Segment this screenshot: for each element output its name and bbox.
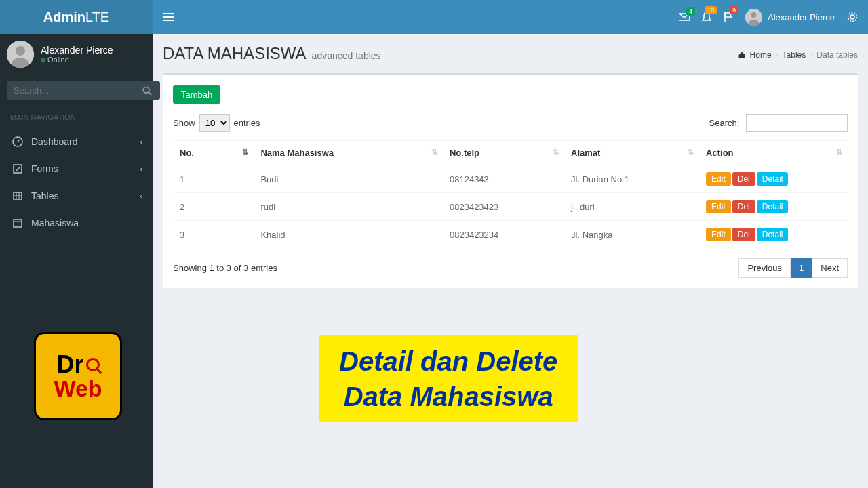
col-telp[interactable]: No.telp⇅: [443, 141, 564, 165]
topbar-user[interactable]: Alexander Pierce: [745, 9, 835, 26]
breadcrumb-current: Data tables: [816, 50, 858, 60]
breadcrumb: Home › Tables › Data tables: [738, 50, 858, 60]
cell-no: 2: [173, 193, 254, 221]
table-row: 1Budi08124343Jl. Durian No.1EditDelDetai…: [173, 165, 848, 193]
table-icon: [12, 190, 26, 201]
badge: 9: [730, 6, 738, 14]
badge: 10: [705, 6, 717, 14]
svg-line-8: [16, 167, 20, 171]
cell-alamat: jl. duri: [564, 193, 699, 221]
sort-icon: ⇅: [242, 148, 248, 157]
svg-point-1: [16, 46, 25, 56]
page-title: DATA MAHASISWA: [163, 44, 307, 63]
messages-icon[interactable]: 4: [679, 13, 690, 21]
chevron-left-icon: ‹: [140, 192, 142, 200]
menu-toggle[interactable]: [163, 12, 174, 22]
delete-button[interactable]: Del: [732, 200, 755, 214]
sidebar-item-dashboard[interactable]: Dashboard ‹: [0, 128, 153, 155]
svg-rect-13: [14, 220, 22, 227]
detail-button[interactable]: Detail: [757, 228, 789, 241]
drweb-logo: Dr Web: [34, 332, 122, 420]
col-no[interactable]: No.⇅: [173, 141, 254, 165]
col-action[interactable]: Action⇅: [699, 141, 848, 165]
cell-action: EditDelDetail: [699, 165, 848, 193]
user-name: Alexander Pierce: [41, 45, 146, 56]
entries-label: entries: [234, 118, 260, 128]
edit-button[interactable]: Edit: [706, 200, 731, 214]
search-icon: [142, 86, 152, 96]
col-nama[interactable]: Nama Mahasiswa⇅: [254, 141, 443, 165]
entries-select[interactable]: 10: [199, 114, 230, 132]
avatar[interactable]: [7, 41, 34, 68]
gears-icon[interactable]: [847, 12, 858, 22]
search-input[interactable]: [7, 81, 134, 100]
dashboard-icon: [12, 136, 26, 147]
brand-bold: Admin: [43, 9, 85, 24]
flags-icon[interactable]: 9: [724, 12, 733, 22]
pagination: Previous 1 Next: [738, 258, 848, 278]
chevron-left-icon: ‹: [140, 165, 142, 173]
nav-header: MAIN NAVIGATION: [0, 106, 153, 128]
next-button[interactable]: Next: [812, 258, 848, 278]
page-1-button[interactable]: 1: [791, 258, 812, 278]
data-box: Tambah Show 10 entries Search: No.⇅ Nama…: [163, 73, 858, 288]
user-status: Online: [41, 56, 146, 64]
cell-telp: 0823423423: [443, 193, 564, 221]
sidebar-item-mahasiswa[interactable]: Mahasiswa: [0, 209, 153, 237]
svg-point-23: [751, 12, 757, 18]
svg-line-4: [149, 92, 151, 95]
col-alamat[interactable]: Alamat⇅: [564, 141, 699, 165]
table-row: 3Khalid0823423234Jl. NangkaEditDelDetail: [173, 221, 848, 249]
user-panel: Alexander Pierce Online: [0, 34, 153, 75]
sort-icon: ⇅: [553, 148, 559, 157]
datatable-footer: Showing 1 to 3 of 3 entries Previous 1 N…: [173, 258, 848, 278]
sidebar-item-label: Dashboard: [31, 136, 78, 147]
cell-nama: Khalid: [254, 221, 443, 249]
cell-no: 1: [173, 165, 254, 193]
detail-button[interactable]: Detail: [757, 200, 789, 214]
edit-button[interactable]: Edit: [706, 172, 731, 186]
delete-button[interactable]: Del: [732, 172, 755, 186]
datatable-controls: Show 10 entries Search:: [173, 114, 848, 132]
topbar: 4 10 9 Alexander Pierce: [153, 0, 868, 34]
banner-line1: Detail dan Delete: [339, 344, 557, 379]
sort-icon: ⇅: [431, 148, 437, 157]
data-table: No.⇅ Nama Mahasiswa⇅ No.telp⇅ Alamat⇅ Ac…: [173, 140, 848, 248]
show-label: Show: [173, 118, 195, 128]
cell-telp: 08124343: [443, 165, 564, 193]
cell-action: EditDelDetail: [699, 221, 848, 249]
magnifier-icon: [86, 358, 100, 371]
cell-nama: rudi: [254, 193, 443, 221]
detail-button[interactable]: Detail: [757, 172, 789, 186]
edit-icon: [12, 163, 26, 174]
notifications-icon[interactable]: 10: [702, 12, 711, 22]
breadcrumb-home[interactable]: Home: [750, 50, 772, 60]
overlay-banner: Detail dan Delete Data Mahasiswa: [319, 336, 578, 422]
cell-alamat: Jl. Durian No.1: [564, 165, 699, 193]
cell-telp: 0823423234: [443, 221, 564, 249]
svg-rect-9: [14, 192, 22, 199]
sort-icon: ⇅: [836, 148, 842, 157]
sidebar-item-tables[interactable]: Tables ‹: [0, 182, 153, 209]
svg-line-6: [18, 140, 20, 142]
sidebar-search: [0, 75, 153, 106]
svg-point-25: [850, 15, 854, 19]
search-label: Search:: [709, 118, 740, 128]
add-button[interactable]: Tambah: [173, 85, 220, 104]
calendar-icon: [12, 218, 26, 228]
breadcrumb-tables[interactable]: Tables: [783, 50, 806, 60]
home-icon: [738, 51, 746, 59]
avatar: [745, 9, 762, 26]
table-search-input[interactable]: [746, 114, 848, 132]
hamburger-icon: [163, 12, 174, 22]
edit-button[interactable]: Edit: [706, 228, 731, 241]
delete-button[interactable]: Del: [732, 228, 755, 241]
table-info: Showing 1 to 3 of 3 entries: [173, 263, 277, 273]
cell-nama: Budi: [254, 165, 443, 193]
status-dot-icon: [41, 58, 45, 62]
sidebar-item-forms[interactable]: Forms ‹: [0, 155, 153, 182]
cell-action: EditDelDetail: [699, 193, 848, 221]
brand-logo[interactable]: AdminLTE: [0, 0, 153, 34]
prev-button[interactable]: Previous: [738, 258, 791, 278]
badge: 4: [686, 7, 695, 16]
